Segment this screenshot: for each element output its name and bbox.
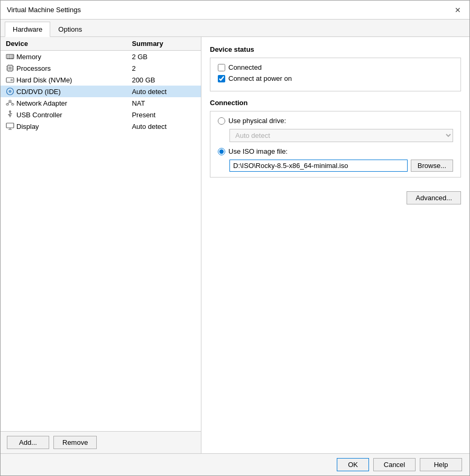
svg-point-38	[11, 113, 12, 114]
device-name: USB Controller	[16, 111, 62, 119]
connected-row: Connected	[218, 63, 453, 71]
net-icon	[6, 99, 14, 107]
physical-drive-radio[interactable]	[218, 117, 225, 125]
connection-box: Use physical drive: Auto detect Use ISO …	[210, 111, 461, 178]
auto-detect-dropdown-row: Auto detect	[229, 129, 453, 142]
device-name: Memory	[16, 53, 41, 61]
tab-hardware[interactable]: Hardware	[5, 22, 50, 37]
svg-rect-10	[8, 67, 12, 70]
svg-point-24	[11, 79, 13, 81]
advanced-button[interactable]: Advanced...	[407, 191, 461, 204]
device-summary: Present	[126, 109, 201, 120]
device-status-title: Device status	[210, 45, 461, 53]
browse-button[interactable]: Browse...	[411, 160, 453, 172]
cd-icon	[6, 87, 14, 96]
table-row[interactable]: Display Auto detect	[1, 120, 201, 132]
svg-line-33	[10, 102, 13, 104]
svg-rect-40	[6, 123, 14, 128]
ok-button[interactable]: OK	[337, 458, 369, 471]
device-name: Hard Disk (NVMe)	[16, 76, 72, 84]
power-on-checkbox[interactable]	[218, 75, 225, 82]
table-row[interactable]: USB Controller Present	[1, 109, 201, 120]
device-summary: 200 GB	[126, 74, 201, 86]
svg-rect-29	[6, 104, 8, 105]
cpu-icon	[6, 64, 14, 72]
device-summary: Auto detect	[126, 120, 201, 132]
connected-checkbox[interactable]	[218, 64, 225, 71]
physical-drive-select[interactable]: Auto detect	[229, 129, 453, 142]
svg-rect-5	[7, 58, 8, 59]
usb-icon	[6, 110, 14, 119]
left-panel: Device Summary Memory 2 GB Processors 2	[1, 37, 201, 453]
col-summary: Summary	[126, 37, 201, 51]
cancel-button[interactable]: Cancel	[373, 458, 416, 471]
advanced-row: Advanced...	[210, 191, 461, 204]
svg-point-28	[10, 91, 11, 92]
title-bar: Virtual Machine Settings ✕	[1, 1, 469, 20]
table-row[interactable]: CD/DVD (IDE) Auto detect	[1, 86, 201, 97]
iso-image-radio[interactable]	[218, 148, 225, 155]
device-summary: 2 GB	[126, 51, 201, 63]
svg-rect-7	[11, 58, 12, 59]
window-title: Virtual Machine Settings	[7, 6, 81, 14]
svg-rect-31	[12, 104, 14, 105]
table-row[interactable]: Memory 2 GB	[1, 51, 201, 63]
device-status-box: Connected Connect at power on	[210, 58, 461, 91]
device-name: CD/DVD (IDE)	[16, 88, 61, 96]
device-name: Network Adapter	[16, 99, 67, 107]
power-on-row: Connect at power on	[218, 74, 453, 82]
iso-path-row: Browse...	[229, 160, 453, 172]
virtual-machine-settings-window: Virtual Machine Settings ✕ Hardware Opti…	[0, 0, 470, 476]
device-summary: Auto detect	[126, 86, 201, 97]
device-summary: 2	[126, 62, 201, 74]
main-content: Device Summary Memory 2 GB Processors 2	[1, 37, 469, 453]
add-button[interactable]: Add...	[7, 436, 49, 449]
iso-path-input[interactable]	[229, 160, 408, 172]
left-panel-buttons: Add... Remove	[1, 431, 201, 453]
physical-drive-row: Use physical drive:	[218, 117, 453, 125]
connection-title: Connection	[210, 99, 461, 107]
svg-rect-6	[9, 58, 10, 59]
svg-rect-30	[9, 100, 11, 102]
help-button[interactable]: Help	[420, 458, 462, 471]
physical-drive-label: Use physical drive:	[228, 117, 286, 125]
col-device: Device	[1, 37, 126, 51]
remove-button[interactable]: Remove	[53, 436, 97, 449]
tab-options[interactable]: Options	[50, 22, 90, 36]
hdd-icon	[6, 76, 14, 84]
device-name: Display	[16, 123, 39, 130]
device-table: Device Summary Memory 2 GB Processors 2	[1, 37, 201, 431]
tabs-bar: Hardware Options	[1, 20, 469, 37]
bottom-bar: OK Cancel Help	[1, 453, 469, 475]
display-icon	[6, 122, 14, 130]
svg-point-39	[8, 114, 9, 115]
table-row[interactable]: Hard Disk (NVMe) 200 GB	[1, 74, 201, 86]
svg-line-32	[7, 102, 10, 104]
iso-image-label: Use ISO image file:	[228, 147, 288, 155]
table-row[interactable]: Network Adapter NAT	[1, 97, 201, 109]
device-name: Processors	[16, 64, 51, 72]
svg-rect-8	[12, 58, 13, 59]
right-panel: Device status Connected Connect at power…	[201, 37, 469, 453]
table-row[interactable]: Processors 2	[1, 62, 201, 74]
connected-label: Connected	[228, 63, 262, 71]
memory-icon	[6, 52, 14, 61]
close-button[interactable]: ✕	[453, 5, 463, 15]
power-on-label: Connect at power on	[228, 74, 292, 82]
iso-image-row: Use ISO image file:	[218, 147, 453, 155]
device-summary: NAT	[126, 97, 201, 109]
